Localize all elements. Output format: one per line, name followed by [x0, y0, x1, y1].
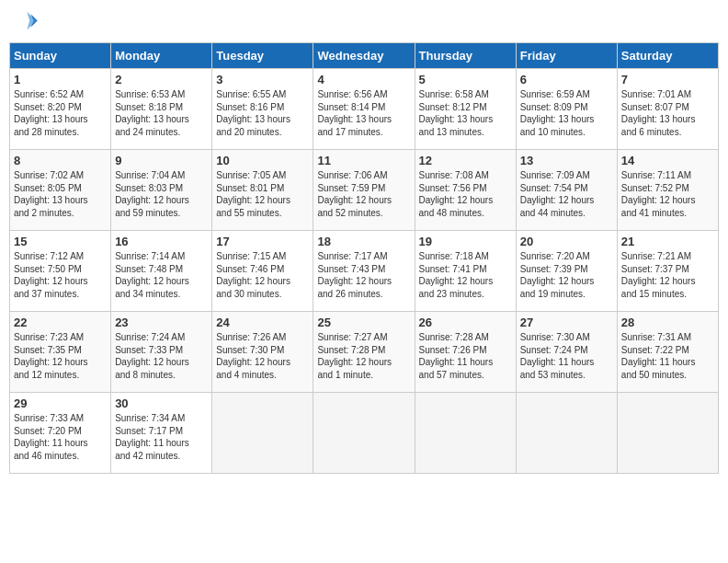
day-number: 30 [115, 396, 208, 410]
day-number: 14 [621, 154, 714, 167]
column-header-wednesday: Wednesday [313, 43, 415, 69]
day-info: Sunrise: 7:11 AMSunset: 7:52 PMDaylight:… [621, 169, 714, 219]
day-info: Sunrise: 7:09 AMSunset: 7:54 PMDaylight:… [520, 169, 613, 219]
day-number: 8 [14, 154, 107, 167]
calendar-week-4: 22Sunrise: 7:23 AMSunset: 7:35 PMDayligh… [10, 312, 719, 393]
day-info: Sunrise: 7:24 AMSunset: 7:33 PMDaylight:… [115, 331, 208, 381]
day-info: Sunrise: 6:56 AMSunset: 8:14 PMDaylight:… [317, 88, 410, 138]
day-info: Sunrise: 7:12 AMSunset: 7:50 PMDaylight:… [14, 250, 107, 300]
calendar-week-3: 15Sunrise: 7:12 AMSunset: 7:50 PMDayligh… [10, 231, 719, 312]
day-info: Sunrise: 7:28 AMSunset: 7:26 PMDaylight:… [419, 331, 512, 381]
calendar-cell: 18Sunrise: 7:17 AMSunset: 7:43 PMDayligh… [313, 231, 415, 312]
calendar-cell: 10Sunrise: 7:05 AMSunset: 8:01 PMDayligh… [212, 150, 313, 231]
calendar-cell: 30Sunrise: 7:34 AMSunset: 7:17 PMDayligh… [111, 393, 212, 474]
calendar-week-5: 29Sunrise: 7:33 AMSunset: 7:20 PMDayligh… [10, 393, 719, 474]
day-number: 2 [115, 73, 208, 86]
day-number: 9 [115, 154, 208, 167]
logo [13, 9, 42, 35]
day-number: 28 [621, 316, 714, 329]
calendar-cell [516, 393, 617, 474]
day-info: Sunrise: 7:23 AMSunset: 7:35 PMDaylight:… [14, 331, 107, 381]
day-number: 16 [115, 235, 208, 248]
calendar-cell: 6Sunrise: 6:59 AMSunset: 8:09 PMDaylight… [516, 69, 617, 150]
day-info: Sunrise: 7:21 AMSunset: 7:37 PMDaylight:… [621, 250, 714, 300]
day-info: Sunrise: 7:27 AMSunset: 7:28 PMDaylight:… [317, 331, 410, 381]
day-info: Sunrise: 7:08 AMSunset: 7:56 PMDaylight:… [419, 169, 512, 219]
day-info: Sunrise: 7:33 AMSunset: 7:20 PMDaylight:… [14, 412, 107, 462]
calendar-cell: 14Sunrise: 7:11 AMSunset: 7:52 PMDayligh… [617, 150, 718, 231]
calendar-cell: 20Sunrise: 7:20 AMSunset: 7:39 PMDayligh… [516, 231, 617, 312]
column-header-sunday: Sunday [10, 43, 111, 69]
day-number: 24 [216, 316, 309, 329]
day-info: Sunrise: 7:06 AMSunset: 7:59 PMDaylight:… [317, 169, 410, 219]
day-number: 21 [621, 235, 714, 248]
day-number: 1 [14, 73, 107, 86]
day-number: 20 [520, 235, 613, 248]
day-info: Sunrise: 7:34 AMSunset: 7:17 PMDaylight:… [115, 412, 208, 462]
calendar-cell: 24Sunrise: 7:26 AMSunset: 7:30 PMDayligh… [212, 312, 313, 393]
day-info: Sunrise: 7:18 AMSunset: 7:41 PMDaylight:… [419, 250, 512, 300]
day-number: 12 [419, 154, 512, 167]
day-number: 4 [317, 73, 410, 86]
calendar-cell: 11Sunrise: 7:06 AMSunset: 7:59 PMDayligh… [313, 150, 415, 231]
calendar-cell: 19Sunrise: 7:18 AMSunset: 7:41 PMDayligh… [415, 231, 516, 312]
day-info: Sunrise: 7:31 AMSunset: 7:22 PMDaylight:… [621, 331, 714, 381]
column-header-tuesday: Tuesday [212, 43, 313, 69]
calendar-cell: 8Sunrise: 7:02 AMSunset: 8:05 PMDaylight… [10, 150, 111, 231]
day-number: 29 [14, 396, 107, 410]
calendar-cell: 4Sunrise: 6:56 AMSunset: 8:14 PMDaylight… [313, 69, 415, 150]
day-info: Sunrise: 7:05 AMSunset: 8:01 PMDaylight:… [216, 169, 309, 219]
calendar-table: SundayMondayTuesdayWednesdayThursdayFrid… [9, 42, 719, 474]
day-info: Sunrise: 7:04 AMSunset: 8:03 PMDaylight:… [115, 169, 208, 219]
column-header-saturday: Saturday [617, 43, 718, 69]
day-info: Sunrise: 6:55 AMSunset: 8:16 PMDaylight:… [216, 88, 309, 138]
calendar-cell: 12Sunrise: 7:08 AMSunset: 7:56 PMDayligh… [415, 150, 516, 231]
calendar-cell: 1Sunrise: 6:52 AMSunset: 8:20 PMDaylight… [10, 69, 111, 150]
calendar-cell [617, 393, 718, 474]
calendar-cell: 21Sunrise: 7:21 AMSunset: 7:37 PMDayligh… [617, 231, 718, 312]
calendar-cell: 13Sunrise: 7:09 AMSunset: 7:54 PMDayligh… [516, 150, 617, 231]
calendar-cell: 28Sunrise: 7:31 AMSunset: 7:22 PMDayligh… [617, 312, 718, 393]
day-info: Sunrise: 6:59 AMSunset: 8:09 PMDaylight:… [520, 88, 613, 138]
day-info: Sunrise: 7:26 AMSunset: 7:30 PMDaylight:… [216, 331, 309, 381]
calendar-week-1: 1Sunrise: 6:52 AMSunset: 8:20 PMDaylight… [10, 69, 719, 150]
logo-icon [13, 9, 39, 35]
calendar-cell: 5Sunrise: 6:58 AMSunset: 8:12 PMDaylight… [415, 69, 516, 150]
day-number: 3 [216, 73, 309, 86]
day-number: 5 [419, 73, 512, 86]
calendar-cell: 27Sunrise: 7:30 AMSunset: 7:24 PMDayligh… [516, 312, 617, 393]
day-info: Sunrise: 7:14 AMSunset: 7:48 PMDaylight:… [115, 250, 208, 300]
calendar-cell [313, 393, 415, 474]
day-info: Sunrise: 7:30 AMSunset: 7:24 PMDaylight:… [520, 331, 613, 381]
day-number: 25 [317, 316, 410, 329]
day-number: 10 [216, 154, 309, 167]
calendar-cell: 29Sunrise: 7:33 AMSunset: 7:20 PMDayligh… [10, 393, 111, 474]
day-info: Sunrise: 7:02 AMSunset: 8:05 PMDaylight:… [14, 169, 107, 219]
calendar-cell [415, 393, 516, 474]
day-number: 11 [317, 154, 410, 167]
day-number: 23 [115, 316, 208, 329]
calendar-cell: 16Sunrise: 7:14 AMSunset: 7:48 PMDayligh… [111, 231, 212, 312]
day-info: Sunrise: 7:01 AMSunset: 8:07 PMDaylight:… [621, 88, 714, 138]
calendar-cell: 23Sunrise: 7:24 AMSunset: 7:33 PMDayligh… [111, 312, 212, 393]
day-info: Sunrise: 7:20 AMSunset: 7:39 PMDaylight:… [520, 250, 613, 300]
day-info: Sunrise: 6:58 AMSunset: 8:12 PMDaylight:… [419, 88, 512, 138]
day-number: 19 [419, 235, 512, 248]
calendar-week-2: 8Sunrise: 7:02 AMSunset: 8:05 PMDaylight… [10, 150, 719, 231]
day-number: 27 [520, 316, 613, 329]
day-number: 17 [216, 235, 309, 248]
day-info: Sunrise: 7:15 AMSunset: 7:46 PMDaylight:… [216, 250, 309, 300]
day-info: Sunrise: 6:53 AMSunset: 8:18 PMDaylight:… [115, 88, 208, 138]
column-header-thursday: Thursday [415, 43, 516, 69]
calendar-cell: 26Sunrise: 7:28 AMSunset: 7:26 PMDayligh… [415, 312, 516, 393]
calendar-cell: 22Sunrise: 7:23 AMSunset: 7:35 PMDayligh… [10, 312, 111, 393]
day-info: Sunrise: 6:52 AMSunset: 8:20 PMDaylight:… [14, 88, 107, 138]
day-number: 6 [520, 73, 613, 86]
day-number: 7 [621, 73, 714, 86]
day-number: 26 [419, 316, 512, 329]
calendar-cell: 17Sunrise: 7:15 AMSunset: 7:46 PMDayligh… [212, 231, 313, 312]
calendar-cell: 9Sunrise: 7:04 AMSunset: 8:03 PMDaylight… [111, 150, 212, 231]
page-header [9, 9, 719, 35]
calendar-header-row: SundayMondayTuesdayWednesdayThursdayFrid… [10, 43, 719, 69]
calendar-cell: 15Sunrise: 7:12 AMSunset: 7:50 PMDayligh… [10, 231, 111, 312]
